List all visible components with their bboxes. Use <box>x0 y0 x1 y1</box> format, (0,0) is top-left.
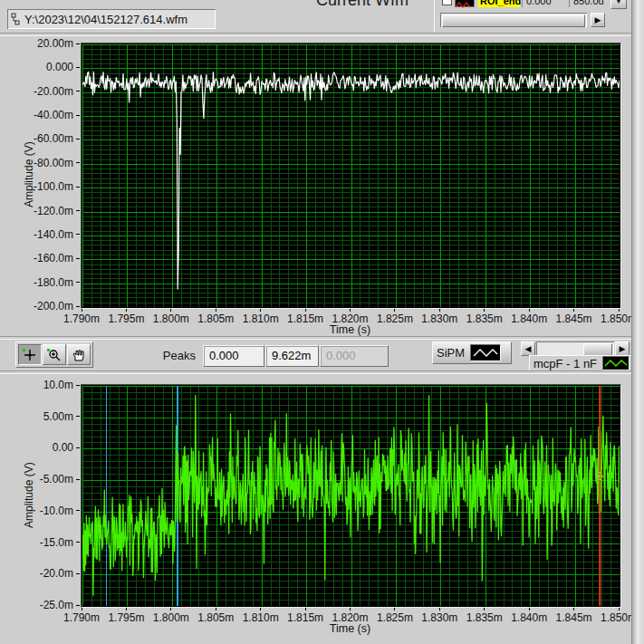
legend-scroll-left-button[interactable]: ◀ <box>521 341 535 356</box>
mcp-legend-button[interactable]: mcpF - 1 nF <box>529 355 632 371</box>
current-wfm-path-input[interactable]: Y:\2023\12\04\152127.614.wfm <box>7 9 216 29</box>
sipm-plot-area[interactable] <box>82 44 620 307</box>
peak-value-field-1[interactable]: 0.000 <box>203 345 264 367</box>
waveform-list-panel: ROI_end 0.000 850.0u ▼ ▶ <box>434 0 644 33</box>
scroll-right-button[interactable]: ▶ <box>591 13 605 27</box>
cursor-tool-button[interactable] <box>18 344 42 365</box>
zoom-tool-button[interactable] <box>43 344 66 365</box>
labview-front-panel: Current Wfm Y:\2023\12\04\152127.614.wfm… <box>0 0 644 644</box>
mcp-y-axis-ticks: 10.0m5.00m0.00-5.00m-10.0m-15.0m-20.0m-2… <box>33 385 80 605</box>
roi-plot-icon <box>455 0 475 7</box>
sipm-legend-button[interactable]: SiPM <box>432 341 512 364</box>
sipm-x-axis-label: Time (s) <box>82 323 619 336</box>
mcp-legend-label: mcpF - 1 nF <box>533 357 597 370</box>
y-tick-label: 5.00m <box>43 410 80 423</box>
y-tick-label: 10.0m <box>43 379 80 391</box>
peak-value-field-3: 0.000 <box>320 345 389 367</box>
graph-tool-palette <box>15 341 93 368</box>
mcp-plot-area[interactable] <box>82 386 620 606</box>
y-tick-label: -20.00m <box>34 85 80 98</box>
sipm-plot-frame <box>81 43 621 309</box>
checkbox[interactable] <box>442 0 452 5</box>
y-tick-label: -40.00m <box>34 109 80 121</box>
peaks-label: Peaks <box>136 349 196 362</box>
peak-value-field-2[interactable]: 9.622m <box>265 345 319 367</box>
pan-tool-button[interactable] <box>67 344 91 365</box>
y-tick-label: -15.0m <box>40 536 80 549</box>
mcp-x-axis-label: Time (s) <box>82 622 619 635</box>
sipm-y-axis-ticks: 20.00m0.000-20.00m-40.00m-60.00m-80.00m-… <box>33 43 80 306</box>
dropdown-arrow-button[interactable]: ▼ <box>610 0 627 9</box>
mcp-line-icon <box>602 356 630 370</box>
y-tick-label: -20.0m <box>40 567 80 580</box>
window-edge-strip <box>631 0 644 644</box>
legend-scrollbar[interactable] <box>536 341 614 356</box>
scrollbar-thumb[interactable] <box>442 14 585 27</box>
y-tick-label: -10.0m <box>40 505 80 517</box>
y-tick-label: -60.00m <box>34 132 80 145</box>
mcp-plot-frame <box>81 384 621 608</box>
y-tick-label: 20.00m <box>37 37 80 50</box>
toolbar-bottom-divider <box>0 370 644 374</box>
y-tick-label: -160.0m <box>34 252 80 264</box>
current-wfm-label: Current Wfm <box>316 0 409 10</box>
legend-scroll-right-button[interactable]: ▶ <box>615 341 630 356</box>
path-icon <box>11 13 21 26</box>
path-value: Y:\2023\12\04\152127.614.wfm <box>24 13 187 26</box>
sipm-legend-label: SiPM <box>437 346 465 360</box>
scrollbar-thumb[interactable] <box>583 343 612 356</box>
y-tick-label: -140.0m <box>34 228 80 241</box>
y-tick-label: -100.0m <box>34 180 80 193</box>
y-tick-label: -80.00m <box>34 157 80 169</box>
toolbar-top-divider <box>0 336 644 340</box>
y-tick-label: -120.0m <box>34 205 80 217</box>
waveform-list-scrollbar[interactable] <box>440 13 587 27</box>
roi-value-1: 0.000 <box>522 0 566 7</box>
y-tick-label: -5.00m <box>40 473 80 485</box>
header-divider <box>0 33 644 36</box>
roi-end-item[interactable]: ROI_end <box>478 0 520 7</box>
y-tick-label: 0.000 <box>46 61 80 73</box>
y-tick-label: 0.00 <box>53 441 80 454</box>
sipm-line-icon <box>470 344 501 361</box>
y-tick-label: -180.0m <box>34 276 80 289</box>
